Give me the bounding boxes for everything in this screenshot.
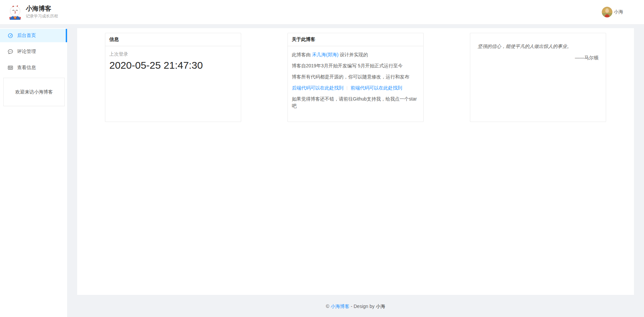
welcome-box: 欢迎来访小海博客 [3, 78, 65, 106]
welcome-text: 欢迎来访小海博客 [15, 89, 53, 95]
sidebar-item-info[interactable]: 查看信息 [0, 61, 67, 74]
user-name: 小海 [614, 9, 623, 15]
dashboard-icon [8, 33, 13, 38]
about-line-author: 此博客由 禾几海(郑海) 设计并实现的 [292, 51, 419, 58]
brand-text: 小海博客 记录学习成长历程 [26, 5, 58, 19]
about-line-star: 如果觉得博客还不错，请前往Github支持我，给我点一个star吧 [292, 96, 419, 110]
last-login-value: 2020-05-25 21:47:30 [109, 60, 237, 71]
about-line-opensource: 博客所有代码都是开源的，你可以随意修改，运行和发布 [292, 73, 419, 80]
blog-logo-icon [7, 4, 23, 20]
footer-designer: 小海 [376, 304, 385, 309]
cards-row: 信息 上次登录 2020-05-25 21:47:30 关于此博客 此博客由 禾… [77, 28, 634, 122]
main-content: 信息 上次登录 2020-05-25 21:47:30 关于此博客 此博客由 禾… [77, 28, 634, 295]
author-link[interactable]: 禾几海(郑海) [312, 52, 338, 57]
site-title: 小海博客 [26, 5, 58, 12]
sidebar-item-label: 查看信息 [17, 65, 36, 71]
quote-card: 坚强的信心，能使平凡的人做出惊人的事业。 ——马尔顿 [470, 33, 606, 122]
backend-code-link[interactable]: 后端代码可以在此处找到 [292, 85, 343, 90]
sidebar-item-comments[interactable]: 评论管理 [0, 45, 67, 58]
sidebar: 后台首页 评论管理 查看信息 欢迎来访小海博客 [0, 28, 67, 317]
quote-text: 坚强的信心，能使平凡的人做出惊人的事业。 [478, 43, 598, 50]
about-card-body: 此博客由 禾几海(郑海) 设计并实现的 博客自2019年3月开始开发编写 5月开… [288, 46, 423, 115]
frontend-code-link[interactable]: 前端代码可以在此处找到 [351, 85, 402, 90]
about-card: 关于此博客 此博客由 禾几海(郑海) 设计并实现的 博客自2019年3月开始开发… [287, 33, 424, 122]
footer-site-link[interactable]: 小海博客 [331, 304, 350, 309]
quote-card-body: 坚强的信心，能使平凡的人做出惊人的事业。 ——马尔顿 [470, 33, 606, 70]
footer: © 小海博客 - Design by 小海 [77, 295, 634, 310]
idcard-icon [8, 65, 13, 70]
app-header: 小海博客 记录学习成长历程 小海 [0, 0, 644, 24]
about-line-links: 后端代码可以在此处找到前端代码可以在此处找到 [292, 84, 419, 91]
last-login-label: 上次登录 [109, 51, 237, 57]
quote-author: ——马尔顿 [478, 55, 598, 61]
about-line-history: 博客自2019年3月开始开发编写 5月开始正式运行至今 [292, 62, 419, 69]
copyright-symbol: © [326, 304, 331, 309]
site-subtitle: 记录学习成长历程 [26, 13, 58, 19]
brand[interactable]: 小海博客 记录学习成长历程 [7, 4, 58, 20]
about-card-title: 关于此博客 [288, 33, 423, 46]
sidebar-item-dashboard[interactable]: 后台首页 [0, 29, 67, 42]
info-card-body: 上次登录 2020-05-25 21:47:30 [105, 46, 241, 76]
info-card: 信息 上次登录 2020-05-25 21:47:30 [105, 33, 241, 122]
sidebar-item-label: 后台首页 [17, 33, 36, 39]
info-card-title: 信息 [105, 33, 241, 46]
message-icon [8, 49, 13, 54]
user-avatar [602, 7, 612, 17]
vertical-divider [347, 86, 347, 90]
sidebar-item-label: 评论管理 [17, 49, 36, 55]
user-menu[interactable]: 小海 [602, 7, 623, 17]
